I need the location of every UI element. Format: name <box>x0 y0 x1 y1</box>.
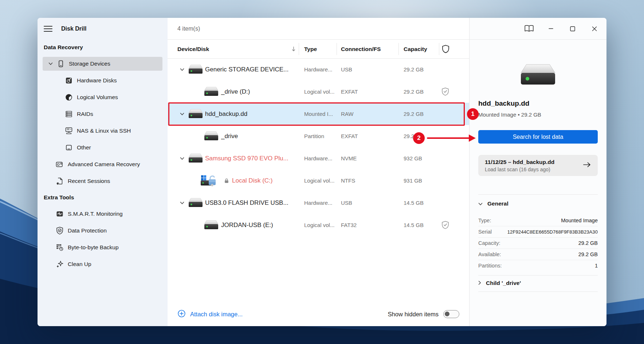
chevron-down-icon <box>180 192 185 214</box>
device-fs: FAT32 <box>341 214 357 236</box>
device-table: Generic STORAGE DEVICE...Hardware...USB2… <box>168 58 469 236</box>
general-section-header[interactable]: General <box>478 199 598 209</box>
device-type: Hardware... <box>304 147 333 169</box>
device-type: Hardware... <box>304 58 333 81</box>
info-label: Type: <box>478 218 491 223</box>
sidebar-section-extra-tools: Extra Tools <box>38 189 168 206</box>
sidebar-item-recent-sessions[interactable]: Recent Sessions <box>43 173 162 189</box>
sidebar-item-s-m-a-r-t-monitoring[interactable]: S.M.A.R.T. Monitoring <box>43 206 162 222</box>
device-row-local-disk-c[interactable]: Local Disk (C:)Logical vol...NTFS931 GB <box>168 169 469 192</box>
close-icon[interactable] <box>586 21 603 37</box>
sessions-icon <box>56 177 64 185</box>
column-type[interactable]: Type <box>304 40 317 58</box>
device-capacity: 29.2 GB <box>404 81 424 103</box>
sidebar-item-label: S.M.A.R.T. Monitoring <box>68 211 123 217</box>
sidebar-item-clean-up[interactable]: Clean Up <box>43 256 162 273</box>
device-row-jordan-usb-e[interactable]: JORDAN-USB (E:)Logical vol...FAT3214.5 G… <box>168 214 469 236</box>
sidebar: Disk Drill Data RecoveryStorage DevicesH… <box>38 18 168 326</box>
device-name: Generic STORAGE DEVICE... <box>205 58 288 81</box>
sidebar-item-data-protection[interactable]: Data Protection <box>43 222 162 239</box>
info-value: Mounted Image <box>561 218 598 223</box>
sidebar-item-nas-linux-via-ssh[interactable]: NAS & Linux via SSH <box>43 122 162 139</box>
device-name: hdd_backup.dd <box>205 103 247 125</box>
device-fs: USB <box>341 192 352 214</box>
sidebar-item-label: NAS & Linux via SSH <box>77 128 131 134</box>
logical-volumes-icon <box>65 94 73 101</box>
sidebar-item-logical-volumes[interactable]: Logical Volumes <box>43 89 162 106</box>
info-value: 12F9244C8EE6655D768F9F83B3B23A30 <box>507 229 598 235</box>
book-icon[interactable] <box>521 21 537 37</box>
storage-devices-icon <box>57 60 65 67</box>
sidebar-item-label: Storage Devices <box>69 60 110 67</box>
info-value: 1 <box>595 263 598 269</box>
last-scan-card[interactable]: 11/12/25 – hdd_backup.dd Load last scan … <box>478 155 598 176</box>
shield-column-icon[interactable] <box>442 40 449 58</box>
device-fs: RAW <box>341 103 353 125</box>
minimize-icon[interactable] <box>542 21 559 37</box>
column-capacity[interactable]: Capacity <box>404 40 427 58</box>
device-name: _drive <box>221 125 238 147</box>
sidebar-item-label: Recent Sessions <box>68 178 110 184</box>
attach-plus-icon <box>177 309 186 319</box>
other-device-icon <box>65 144 73 151</box>
sidebar-nav: Data RecoveryStorage DevicesHardware Dis… <box>38 39 168 273</box>
maximize-icon[interactable] <box>564 21 581 37</box>
raids-icon <box>65 110 73 118</box>
menu-icon[interactable] <box>44 26 52 32</box>
drive-icon <box>204 125 219 147</box>
device-name: _drive (D:) <box>221 81 250 103</box>
info-row-type: Type:Mounted Image <box>478 215 598 226</box>
last-scan-title: 11/12/25 – hdd_backup.dd <box>485 159 583 165</box>
device-capacity: 14.5 GB <box>404 214 424 236</box>
info-value: 29.2 GB <box>578 240 598 246</box>
chevron-down-icon <box>180 147 185 169</box>
sidebar-item-advanced-camera-recovery[interactable]: Advanced Camera Recovery <box>43 156 162 173</box>
sidebar-item-byte-to-byte-backup[interactable]: Byte-to-byte Backup <box>43 239 162 256</box>
search-for-lost-data-button[interactable]: Search for lost data <box>478 130 598 144</box>
sidebar-header: Disk Drill <box>38 18 168 39</box>
attach-disk-image-button[interactable]: Attach disk image... <box>177 309 243 319</box>
sidebar-item-label: Clean Up <box>68 261 91 267</box>
child-drive-section-header[interactable]: Child '_drive' <box>478 278 598 288</box>
column-device-disk[interactable]: Device/Disk <box>177 40 209 58</box>
device-name: Samsung SSD 970 EVO Plu... <box>205 147 288 169</box>
column-connection-fs[interactable]: Connection/FS <box>341 40 381 58</box>
details-panel: hdd_backup.dd Mounted Image • 29.2 GB Se… <box>469 18 606 326</box>
details-subtitle: Mounted Image • 29.2 GB <box>478 112 541 118</box>
device-type: Logical vol... <box>304 214 334 236</box>
device-row-generic-storage-device[interactable]: Generic STORAGE DEVICE...Hardware...USB2… <box>168 58 469 81</box>
device-capacity: 29.2 GB <box>404 125 424 147</box>
device-row-hdd-backup-dd[interactable]: hdd_backup.ddMounted I...RAW29.2 GB <box>168 103 469 125</box>
device-capacity: 29.2 GB <box>404 103 424 125</box>
device-row-drive-d[interactable]: _drive (D:)Logical vol...EXFAT29.2 GB <box>168 81 469 103</box>
hardware-disks-icon <box>65 77 73 84</box>
device-capacity: 932 GB <box>404 147 422 169</box>
device-name: USB3.0 FLASH DRIVE USB... <box>205 192 288 214</box>
info-label: Partitions: <box>478 263 502 269</box>
list-footer: Attach disk image... Show hidden items <box>168 302 469 326</box>
drive-icon <box>204 81 219 103</box>
cleanup-icon <box>56 261 64 268</box>
data-protection-icon <box>56 227 64 235</box>
device-row-drive[interactable]: _drivePartitionEXFAT29.2 GB <box>168 125 469 147</box>
byte-backup-icon <box>56 244 64 251</box>
drive-icon <box>188 147 203 169</box>
details-title: hdd_backup.dd <box>478 99 529 107</box>
sort-descending-icon[interactable] <box>291 40 296 58</box>
device-type: Logical vol... <box>304 81 334 103</box>
smart-icon <box>56 210 64 218</box>
sidebar-item-storage-devices[interactable]: Storage Devices <box>43 57 162 71</box>
show-hidden-items-label: Show hidden items <box>388 311 439 318</box>
lock-icon <box>224 178 229 183</box>
device-row-usb3-0-flash-drive-usb[interactable]: USB3.0 FLASH DRIVE USB...Hardware...USB1… <box>168 192 469 214</box>
sidebar-item-other[interactable]: Other <box>43 139 162 156</box>
items-count: 4 item(s) <box>177 18 200 39</box>
show-hidden-items-toggle[interactable] <box>443 310 459 318</box>
sidebar-item-hardware-disks[interactable]: Hardware Disks <box>43 72 162 89</box>
sidebar-item-label: Data Protection <box>68 227 107 234</box>
sidebar-item-label: Logical Volumes <box>77 94 118 101</box>
device-fs: EXFAT <box>341 125 358 147</box>
device-row-samsung-ssd-970-evo-plu[interactable]: Samsung SSD 970 EVO Plu...Hardware...NVM… <box>168 147 469 169</box>
sidebar-item-raids[interactable]: RAIDs <box>43 106 162 122</box>
attach-disk-image-label: Attach disk image... <box>190 311 243 318</box>
